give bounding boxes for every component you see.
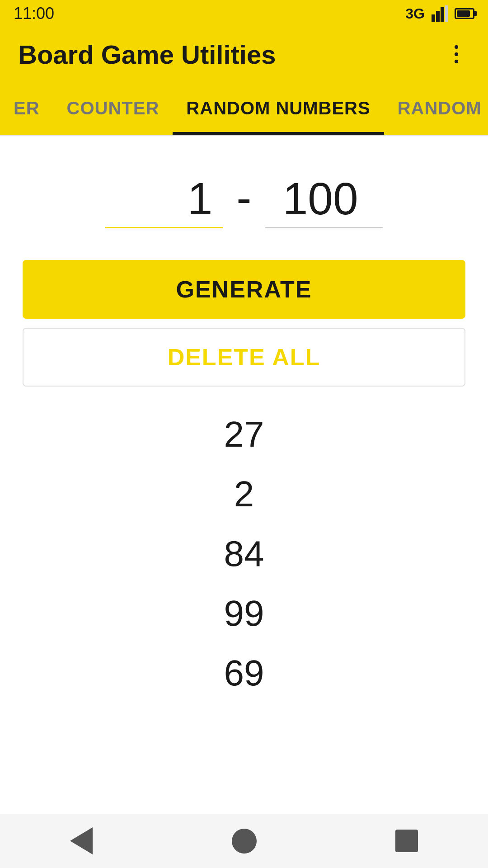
app-title: Board Game Utilities (18, 39, 276, 70)
result-item-2: 2 (23, 464, 465, 524)
range-separator: - (223, 172, 265, 228)
max-input-wrapper (265, 173, 383, 228)
home-icon (232, 829, 257, 854)
signal-icon (432, 5, 448, 22)
tab-random-letters[interactable]: RANDOM LETT (384, 81, 488, 135)
result-item-4: 99 (23, 584, 465, 643)
nav-home-button[interactable] (226, 823, 262, 859)
network-indicator: 3G (405, 5, 425, 22)
tab-counter[interactable]: COUNTER (53, 81, 173, 135)
back-icon (70, 827, 93, 854)
tab-random-numbers[interactable]: RANDOM NUMBERS (173, 81, 384, 135)
battery-icon (455, 8, 474, 19)
tab-counter-label: COUNTER (67, 98, 160, 118)
delete-all-button[interactable]: DELETE ALL (23, 328, 465, 387)
tab-random-numbers-label: RANDOM NUMBERS (186, 98, 370, 118)
result-item-1: 27 (23, 405, 465, 464)
more-dot-2 (455, 52, 458, 56)
status-bar: 11:00 3G (0, 0, 488, 27)
nav-bar (0, 814, 488, 868)
generate-button[interactable]: GENERATE (23, 260, 465, 319)
main-content: - GENERATE DELETE ALL 27 2 84 99 69 (0, 136, 488, 703)
tab-random-letters-label: RANDOM LETT (398, 98, 488, 118)
max-input[interactable] (265, 173, 383, 228)
results-list: 27 2 84 99 69 (23, 405, 465, 703)
tab-other[interactable]: ER (0, 81, 53, 135)
svg-marker-1 (436, 11, 440, 22)
tab-other-label: ER (14, 98, 40, 118)
tab-bar: ER COUNTER RANDOM NUMBERS RANDOM LETT (0, 81, 488, 136)
more-dot-1 (455, 45, 458, 49)
min-input-wrapper (105, 173, 223, 228)
min-input[interactable] (105, 173, 223, 228)
svg-marker-2 (441, 7, 444, 22)
nav-back-button[interactable] (63, 823, 99, 859)
range-row: - (23, 163, 465, 233)
recent-icon (395, 830, 418, 852)
more-menu-button[interactable] (443, 41, 470, 68)
result-item-5: 69 (23, 643, 465, 703)
status-icons: 3G (405, 5, 474, 22)
more-dot-3 (455, 60, 458, 63)
svg-marker-0 (432, 14, 435, 22)
svg-marker-3 (445, 5, 448, 22)
status-time: 11:00 (14, 4, 54, 23)
app-bar: Board Game Utilities (0, 27, 488, 81)
result-item-3: 84 (23, 524, 465, 584)
nav-recent-button[interactable] (389, 823, 425, 859)
